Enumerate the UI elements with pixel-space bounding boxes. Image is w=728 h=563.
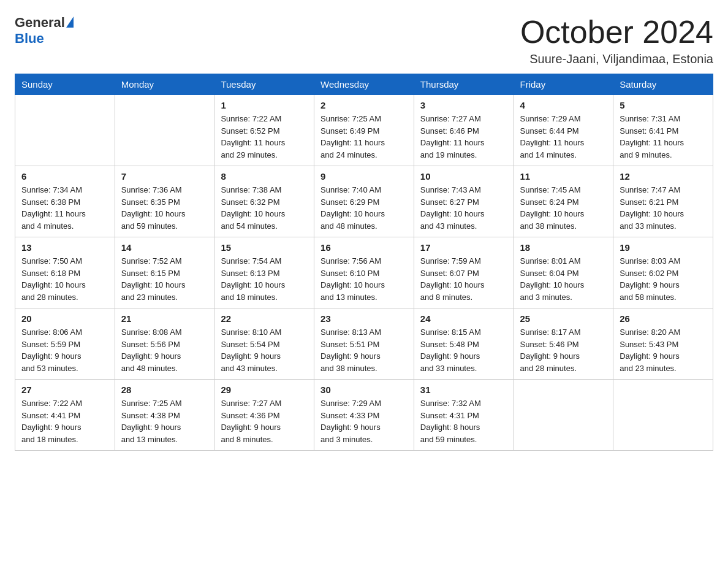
day-number: 25 xyxy=(520,313,607,324)
logo: General Blue xyxy=(15,15,74,47)
calendar-week-row: 6Sunrise: 7:34 AM Sunset: 6:38 PM Daylig… xyxy=(15,166,713,237)
col-header-sunday: Sunday xyxy=(15,74,115,95)
calendar-week-row: 20Sunrise: 8:06 AM Sunset: 5:59 PM Dayli… xyxy=(15,308,713,380)
day-number: 30 xyxy=(320,385,408,395)
calendar-cell: 17Sunrise: 7:59 AM Sunset: 6:07 PM Dayli… xyxy=(414,237,514,308)
calendar-cell: 27Sunrise: 7:22 AM Sunset: 4:41 PM Dayli… xyxy=(15,380,115,451)
day-number: 24 xyxy=(420,313,507,324)
logo-general-text: General xyxy=(15,15,65,31)
calendar-cell: 21Sunrise: 8:08 AM Sunset: 5:56 PM Dayli… xyxy=(115,308,214,380)
day-info: Sunrise: 7:40 AM Sunset: 6:29 PM Dayligh… xyxy=(320,184,408,232)
calendar-cell: 19Sunrise: 8:03 AM Sunset: 6:02 PM Dayli… xyxy=(613,237,713,308)
day-info: Sunrise: 8:15 AM Sunset: 5:48 PM Dayligh… xyxy=(420,326,507,374)
calendar-cell xyxy=(514,380,613,451)
day-info: Sunrise: 7:32 AM Sunset: 4:31 PM Dayligh… xyxy=(420,397,507,445)
day-info: Sunrise: 7:22 AM Sunset: 4:41 PM Dayligh… xyxy=(21,397,108,445)
day-number: 16 xyxy=(320,242,408,253)
day-info: Sunrise: 8:20 AM Sunset: 5:43 PM Dayligh… xyxy=(620,326,707,374)
day-info: Sunrise: 7:38 AM Sunset: 6:32 PM Dayligh… xyxy=(221,184,308,232)
col-header-wednesday: Wednesday xyxy=(314,74,414,95)
day-number: 7 xyxy=(121,171,208,182)
calendar-cell: 29Sunrise: 7:27 AM Sunset: 4:36 PM Dayli… xyxy=(214,380,314,451)
calendar-cell: 9Sunrise: 7:40 AM Sunset: 6:29 PM Daylig… xyxy=(314,166,414,237)
day-info: Sunrise: 7:31 AM Sunset: 6:41 PM Dayligh… xyxy=(620,113,707,161)
day-number: 1 xyxy=(221,100,308,110)
col-header-monday: Monday xyxy=(115,74,214,95)
day-info: Sunrise: 8:17 AM Sunset: 5:46 PM Dayligh… xyxy=(520,326,607,374)
calendar-cell: 14Sunrise: 7:52 AM Sunset: 6:15 PM Dayli… xyxy=(115,237,214,308)
calendar-cell: 4Sunrise: 7:29 AM Sunset: 6:44 PM Daylig… xyxy=(514,95,613,166)
day-info: Sunrise: 7:29 AM Sunset: 6:44 PM Dayligh… xyxy=(520,113,607,161)
day-info: Sunrise: 7:25 AM Sunset: 6:49 PM Dayligh… xyxy=(320,113,408,161)
calendar-cell: 18Sunrise: 8:01 AM Sunset: 6:04 PM Dayli… xyxy=(514,237,613,308)
calendar-cell: 30Sunrise: 7:29 AM Sunset: 4:33 PM Dayli… xyxy=(314,380,414,451)
calendar-cell: 5Sunrise: 7:31 AM Sunset: 6:41 PM Daylig… xyxy=(613,95,713,166)
day-info: Sunrise: 7:47 AM Sunset: 6:21 PM Dayligh… xyxy=(620,184,707,232)
day-number: 4 xyxy=(520,100,607,110)
day-number: 17 xyxy=(420,242,507,253)
day-info: Sunrise: 8:01 AM Sunset: 6:04 PM Dayligh… xyxy=(520,255,607,303)
calendar-cell: 31Sunrise: 7:32 AM Sunset: 4:31 PM Dayli… xyxy=(414,380,514,451)
day-number: 14 xyxy=(121,242,208,253)
calendar-cell: 2Sunrise: 7:25 AM Sunset: 6:49 PM Daylig… xyxy=(314,95,414,166)
location: Suure-Jaani, Viljandimaa, Estonia xyxy=(520,52,713,66)
day-number: 23 xyxy=(320,313,408,324)
logo-triangle-icon xyxy=(66,17,74,28)
day-number: 6 xyxy=(21,171,108,182)
calendar-cell: 12Sunrise: 7:47 AM Sunset: 6:21 PM Dayli… xyxy=(613,166,713,237)
day-number: 21 xyxy=(121,313,208,324)
day-number: 29 xyxy=(221,385,308,395)
day-number: 8 xyxy=(221,171,308,182)
logo-blue-text: Blue xyxy=(15,31,44,47)
calendar-cell: 10Sunrise: 7:43 AM Sunset: 6:27 PM Dayli… xyxy=(414,166,514,237)
day-number: 2 xyxy=(320,100,408,110)
day-info: Sunrise: 7:50 AM Sunset: 6:18 PM Dayligh… xyxy=(21,255,108,303)
calendar-cell: 23Sunrise: 8:13 AM Sunset: 5:51 PM Dayli… xyxy=(314,308,414,380)
calendar-cell xyxy=(115,95,214,166)
day-info: Sunrise: 7:22 AM Sunset: 6:52 PM Dayligh… xyxy=(221,113,308,161)
day-number: 11 xyxy=(520,171,607,182)
calendar-cell: 3Sunrise: 7:27 AM Sunset: 6:46 PM Daylig… xyxy=(414,95,514,166)
day-number: 10 xyxy=(420,171,507,182)
calendar-cell: 15Sunrise: 7:54 AM Sunset: 6:13 PM Dayli… xyxy=(214,237,314,308)
day-number: 22 xyxy=(221,313,308,324)
day-info: Sunrise: 8:03 AM Sunset: 6:02 PM Dayligh… xyxy=(620,255,707,303)
day-info: Sunrise: 7:27 AM Sunset: 4:36 PM Dayligh… xyxy=(221,397,308,445)
day-info: Sunrise: 7:27 AM Sunset: 6:46 PM Dayligh… xyxy=(420,113,507,161)
calendar-cell: 6Sunrise: 7:34 AM Sunset: 6:38 PM Daylig… xyxy=(15,166,115,237)
day-info: Sunrise: 7:29 AM Sunset: 4:33 PM Dayligh… xyxy=(320,397,408,445)
day-info: Sunrise: 8:13 AM Sunset: 5:51 PM Dayligh… xyxy=(320,326,408,374)
calendar-week-row: 1Sunrise: 7:22 AM Sunset: 6:52 PM Daylig… xyxy=(15,95,713,166)
day-number: 9 xyxy=(320,171,408,182)
day-number: 20 xyxy=(21,313,108,324)
day-number: 31 xyxy=(420,385,507,395)
calendar-cell: 28Sunrise: 7:25 AM Sunset: 4:38 PM Dayli… xyxy=(115,380,214,451)
month-title: October 2024 xyxy=(520,15,713,50)
calendar-cell: 7Sunrise: 7:36 AM Sunset: 6:35 PM Daylig… xyxy=(115,166,214,237)
day-info: Sunrise: 7:45 AM Sunset: 6:24 PM Dayligh… xyxy=(520,184,607,232)
day-info: Sunrise: 7:52 AM Sunset: 6:15 PM Dayligh… xyxy=(121,255,208,303)
day-number: 28 xyxy=(121,385,208,395)
col-header-saturday: Saturday xyxy=(613,74,713,95)
day-info: Sunrise: 7:56 AM Sunset: 6:10 PM Dayligh… xyxy=(320,255,408,303)
calendar-cell: 16Sunrise: 7:56 AM Sunset: 6:10 PM Dayli… xyxy=(314,237,414,308)
col-header-tuesday: Tuesday xyxy=(214,74,314,95)
day-info: Sunrise: 7:25 AM Sunset: 4:38 PM Dayligh… xyxy=(121,397,208,445)
calendar-week-row: 27Sunrise: 7:22 AM Sunset: 4:41 PM Dayli… xyxy=(15,380,713,451)
day-number: 19 xyxy=(620,242,707,253)
day-info: Sunrise: 7:34 AM Sunset: 6:38 PM Dayligh… xyxy=(21,184,108,232)
page-header: General Blue October 2024 Suure-Jaani, V… xyxy=(15,15,713,66)
day-info: Sunrise: 8:08 AM Sunset: 5:56 PM Dayligh… xyxy=(121,326,208,374)
calendar-cell: 20Sunrise: 8:06 AM Sunset: 5:59 PM Dayli… xyxy=(15,308,115,380)
calendar-cell: 24Sunrise: 8:15 AM Sunset: 5:48 PM Dayli… xyxy=(414,308,514,380)
day-number: 5 xyxy=(620,100,707,110)
day-number: 18 xyxy=(520,242,607,253)
day-number: 12 xyxy=(620,171,707,182)
day-number: 15 xyxy=(221,242,308,253)
day-info: Sunrise: 7:54 AM Sunset: 6:13 PM Dayligh… xyxy=(221,255,308,303)
calendar-week-row: 13Sunrise: 7:50 AM Sunset: 6:18 PM Dayli… xyxy=(15,237,713,308)
day-number: 13 xyxy=(21,242,108,253)
day-info: Sunrise: 7:43 AM Sunset: 6:27 PM Dayligh… xyxy=(420,184,507,232)
day-info: Sunrise: 8:10 AM Sunset: 5:54 PM Dayligh… xyxy=(221,326,308,374)
calendar-cell: 13Sunrise: 7:50 AM Sunset: 6:18 PM Dayli… xyxy=(15,237,115,308)
